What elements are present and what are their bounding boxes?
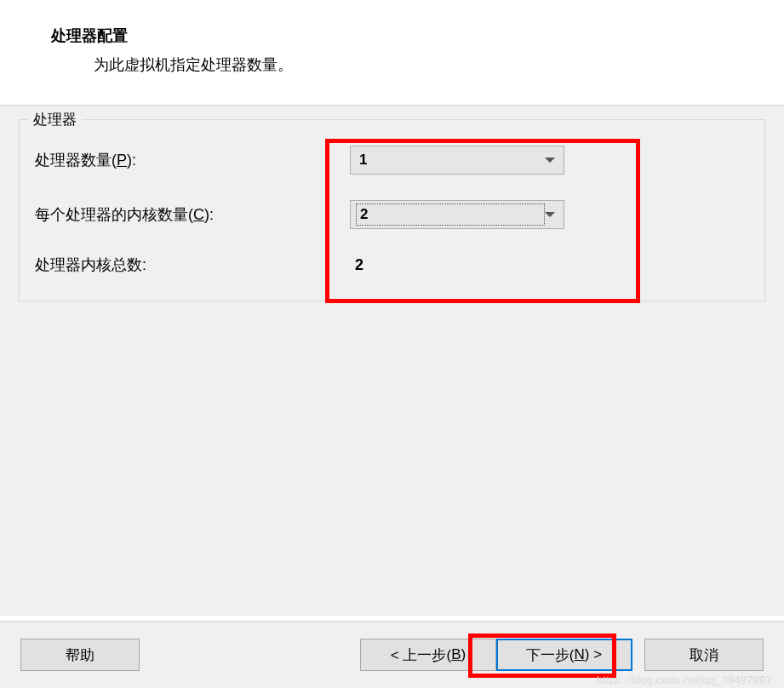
cancel-button[interactable]: 取消 — [644, 639, 764, 671]
main-panel: 处理器 处理器数量(P): 1 每个处理器的内核数量(C): 2 处理器内核总数… — [0, 105, 784, 616]
processor-fieldset: 处理器 处理器数量(P): 1 每个处理器的内核数量(C): 2 处理器内核总数… — [19, 119, 765, 301]
fieldset-legend: 处理器 — [28, 110, 82, 129]
chevron-down-icon — [545, 212, 555, 217]
page-title: 处理器配置 — [51, 26, 733, 46]
help-button[interactable]: 帮助 — [20, 639, 140, 671]
next-button[interactable]: 下一步(N) > — [496, 639, 632, 671]
watermark: https://blog.csdn.net/qq_39497997 — [597, 674, 772, 686]
label-cores-per-processor: 每个处理器的内核数量(C): — [35, 204, 350, 225]
page-subtitle: 为此虚拟机指定处理器数量。 — [51, 54, 733, 75]
cores-per-processor-value: 2 — [356, 204, 545, 226]
cores-per-processor-select[interactable]: 2 — [350, 200, 564, 229]
chevron-down-icon — [545, 158, 555, 163]
label-processor-count: 处理器数量(P): — [35, 150, 350, 170]
back-button[interactable]: < 上一步(B) — [360, 639, 496, 671]
row-cores-per-processor: 每个处理器的内核数量(C): 2 — [35, 200, 749, 229]
label-total-cores: 处理器内核总数: — [35, 255, 350, 275]
total-cores-value: 2 — [350, 256, 363, 274]
row-processor-count: 处理器数量(P): 1 — [35, 146, 749, 175]
processor-count-value: 1 — [359, 152, 545, 169]
row-total-cores: 处理器内核总数: 2 — [35, 255, 749, 275]
processor-count-select[interactable]: 1 — [350, 146, 564, 175]
